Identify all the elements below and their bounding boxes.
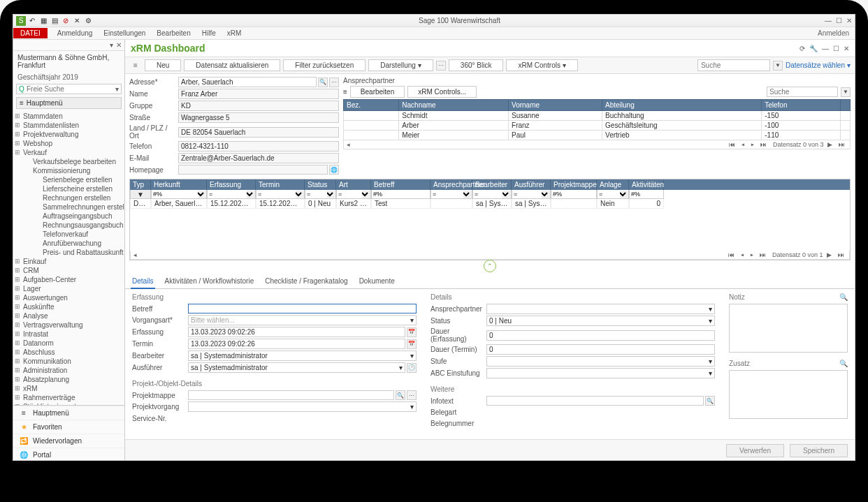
- col-projektmappe[interactable]: Projektmappe: [551, 179, 597, 190]
- choose-records-link[interactable]: Datensätze wählen ▾: [786, 61, 851, 69]
- col-vorname[interactable]: Vorname: [509, 100, 602, 111]
- col-erfassung[interactable]: Erfassung: [207, 179, 256, 190]
- filter-input[interactable]: [372, 190, 430, 198]
- tree-child[interactable]: Rechnungsausgangsbuch: [13, 221, 124, 230]
- filter-input[interactable]: [512, 190, 542, 198]
- filter-input[interactable]: [473, 190, 502, 198]
- ellipsis-icon[interactable]: ⋯: [407, 390, 417, 400]
- tree-child[interactable]: Sammelrechnungen erstellen: [13, 202, 124, 212]
- tree-child[interactable]: Kommissionierung: [13, 166, 124, 175]
- filter-input[interactable]: [337, 190, 362, 198]
- pager-icons[interactable]: ⏮ ◀ ▶ ⏭: [729, 141, 769, 148]
- tab-dokumente[interactable]: Dokumente: [358, 274, 396, 288]
- tree-node[interactable]: Auskünfte: [13, 302, 124, 311]
- table-row[interactable]: ArberFranzGeschäftsleitung-100: [344, 121, 851, 131]
- adresse-field[interactable]: Arber, Sauerlach: [178, 77, 317, 87]
- col-typ[interactable]: Typ: [130, 179, 151, 190]
- qat-icon-2[interactable]: ▦: [38, 16, 48, 26]
- dauer-erf-field[interactable]: 0: [486, 330, 715, 341]
- bottom-nav-wiedervorlagen[interactable]: 🔁Wiedervorlagen: [13, 434, 124, 448]
- col-telefon[interactable]: Telefon: [762, 100, 841, 111]
- pager-icons[interactable]: ⏮ ◀ ▶ ⏭: [728, 251, 768, 258]
- col-betreff[interactable]: Betreff: [371, 179, 431, 190]
- collapse-toggle[interactable]: ⌃: [484, 260, 496, 272]
- status-select[interactable]: 0 | Neu▾: [486, 316, 715, 326]
- sidebar-search[interactable]: Q ▾: [16, 84, 122, 94]
- col-abteilung[interactable]: Abteilung: [602, 100, 762, 111]
- tree-node[interactable]: Administration: [13, 366, 124, 375]
- refresh-icon[interactable]: ⟳: [800, 45, 805, 52]
- search-icon[interactable]: 🔍: [839, 293, 848, 301]
- bottom-nav-hauptmenu[interactable]: ≡Hauptmenü: [13, 406, 124, 420]
- lookup-icon[interactable]: 🔍: [705, 396, 715, 406]
- hamburger-icon[interactable]: ≡: [129, 61, 142, 69]
- contacts-search[interactable]: [767, 87, 838, 97]
- maximize-panel-icon[interactable]: ☐: [833, 45, 839, 52]
- tree-child[interactable]: Serienbelege erstellen: [13, 175, 124, 184]
- tree-node[interactable]: Absatzplanung: [13, 375, 124, 384]
- ellipsis-icon[interactable]: ⋯: [329, 77, 339, 87]
- lookup-icon[interactable]: 🔍: [396, 390, 405, 400]
- tree-node[interactable]: Verkauf: [13, 148, 124, 157]
- col-ansprechpartner[interactable]: Ansprechpartner: [431, 179, 472, 190]
- col-ausfuehrer[interactable]: Ausführer: [512, 179, 551, 190]
- tree-node[interactable]: Stammdatenlisten: [13, 121, 124, 130]
- wrench-icon[interactable]: 🔧: [809, 45, 818, 52]
- col-termin[interactable]: Termin: [256, 179, 305, 190]
- tab-aktivitaeten[interactable]: Aktivitäten / Workflowhistorie: [164, 274, 256, 288]
- col-bez[interactable]: Bez.: [344, 100, 399, 111]
- close-icon[interactable]: ✕: [846, 17, 852, 24]
- xrm-controls-dropdown[interactable]: xRM Controls▾: [506, 59, 578, 71]
- erfassung-field[interactable]: 13.03.2023 09:02:26: [188, 327, 405, 337]
- col-nachname[interactable]: Nachname: [399, 100, 509, 111]
- sidebar-close-icon[interactable]: ✕: [116, 41, 122, 49]
- col-anlage[interactable]: Anlage: [597, 179, 629, 190]
- menu-xrm[interactable]: xRM: [222, 28, 247, 38]
- table-row[interactable]: MeierPaulVertrieb-110: [344, 131, 851, 140]
- discard-button[interactable]: Verwerfen: [726, 444, 784, 457]
- qat-icon-5[interactable]: ✕: [72, 16, 82, 26]
- tree-child[interactable]: Preis- und Rabattauskunft Kunde / Artike…: [13, 248, 124, 257]
- ausfuehrer-select[interactable]: sa | Systemadministrator▾: [188, 362, 405, 373]
- tree-node[interactable]: Datanorm: [13, 339, 124, 348]
- ellipsis-button[interactable]: ⋯: [436, 61, 446, 71]
- filter-icon[interactable]: ▼: [773, 61, 783, 71]
- apr-select[interactable]: ▾: [486, 304, 715, 314]
- tab-details[interactable]: Details: [131, 274, 155, 289]
- save-button[interactable]: Speichern: [790, 444, 848, 457]
- termin-field[interactable]: 13.03.2023 09:02:26: [188, 339, 405, 349]
- sidebar-search-input[interactable]: [27, 85, 115, 93]
- new-button[interactable]: Neu: [145, 59, 181, 71]
- menu-hilfe[interactable]: Hilfe: [196, 28, 222, 38]
- tree-node[interactable]: Projektverwaltung: [13, 130, 124, 139]
- filter-input[interactable]: [551, 190, 596, 198]
- qat-icon-3[interactable]: ▤: [50, 16, 59, 26]
- col-art[interactable]: Art: [336, 179, 371, 190]
- tree-node[interactable]: Webshop: [13, 139, 124, 148]
- vorgangsart-select[interactable]: Bitte wählen...▾: [188, 315, 417, 325]
- tree-child[interactable]: Auftragseingangsbuch: [13, 212, 124, 221]
- tree-node[interactable]: Intrastat: [13, 330, 124, 339]
- col-bearbeiter[interactable]: Bearbeiter: [472, 179, 512, 190]
- pager-end-icons[interactable]: ▶ ⏭: [827, 141, 847, 148]
- tree-child[interactable]: Anrufüberwachung: [13, 239, 124, 248]
- tree-node[interactable]: Aufgaben-Center: [13, 275, 124, 284]
- calendar-icon[interactable]: 📅: [407, 339, 417, 349]
- projektmappe-field[interactable]: [188, 390, 394, 400]
- tree-node[interactable]: Stücklistenimport: [13, 402, 124, 405]
- close-panel-icon[interactable]: ✕: [844, 45, 849, 52]
- toolbar-search[interactable]: [697, 59, 770, 71]
- zusatz-textarea[interactable]: [729, 370, 848, 419]
- tab-checkliste[interactable]: Checkliste / Fragenkatalog: [263, 274, 349, 288]
- search-icon[interactable]: 🔍: [839, 360, 848, 367]
- refresh-record-button[interactable]: Datensatz aktualisieren: [184, 59, 280, 71]
- infotext-field[interactable]: [486, 396, 704, 406]
- lookup-icon[interactable]: 🔍: [318, 77, 328, 87]
- login-link[interactable]: Anmelden: [812, 28, 855, 38]
- menu-bearbeiten[interactable]: Bearbeiten: [151, 28, 196, 38]
- minimize-panel-icon[interactable]: —: [822, 45, 829, 52]
- tree-node[interactable]: Lager: [13, 284, 124, 293]
- tree-node[interactable]: Abschluss: [13, 348, 124, 357]
- tree-child[interactable]: Telefonverkauf: [13, 230, 124, 239]
- menu-einstellungen[interactable]: Einstellungen: [98, 28, 151, 38]
